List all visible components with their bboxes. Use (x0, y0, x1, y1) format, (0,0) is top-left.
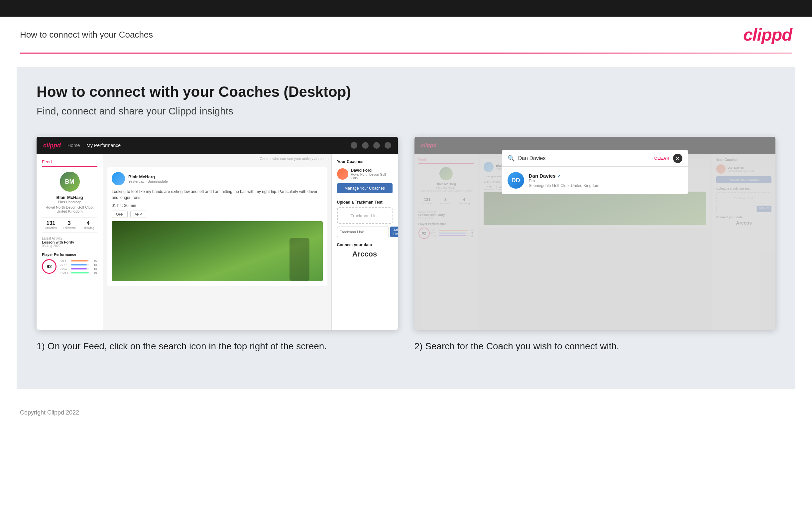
screenshots-row: clippd Home My Performance Feed (37, 137, 775, 353)
coach-avatar (337, 168, 348, 180)
nav-logo: clippd (43, 142, 61, 149)
top-bar (0, 0, 812, 17)
header: How to connect with your Coaches clippd (0, 17, 812, 52)
trackman-placeholder: Trackman Link (337, 207, 392, 224)
control-link[interactable]: Control who can see your activity and da… (103, 154, 331, 163)
nav-link-myperformance[interactable]: My Performance (86, 143, 121, 148)
arccos-logo: Arccos (337, 250, 392, 258)
activity-label: Latest Activity (42, 237, 97, 240)
coach-item: David Ford Royal North Devon Golf Club (337, 168, 392, 180)
manage-coaches-button[interactable]: Manage Your Coaches (337, 183, 392, 193)
copyright: Copyright Clippd 2022 (20, 409, 79, 416)
left-screenshot: clippd Home My Performance Feed (37, 137, 398, 330)
perf-bar-putt-label: PUTT (60, 271, 70, 274)
profile-name: Blair McHarg (42, 195, 97, 200)
main-content: How to connect with your Coaches (Deskto… (17, 67, 795, 389)
perf-bar-app-val: 85 (91, 263, 97, 266)
perf-bar-arg-fill (71, 268, 87, 269)
main-subtitle: Find, connect and share your Clippd insi… (37, 105, 775, 117)
post-author-name: Blair McHarg (128, 174, 168, 179)
right-screenshot-block: clippd Feed Blair McHarg Plus Handicap R… (415, 137, 776, 353)
perf-bar-ott-val: 90 (91, 259, 97, 262)
stat-activities-label: Activities (45, 226, 57, 229)
search-query[interactable]: Dan Davies (518, 155, 651, 161)
latest-activity: Latest Activity Lesson with Fordy 03 Aug… (42, 237, 97, 248)
upload-section: Upload a Trackman Test Trackman Link Add… (337, 200, 392, 237)
post-text: Looking to feel like my hands are exitin… (112, 188, 323, 201)
post-buttons: OFF APP (112, 211, 323, 218)
perf-bar-putt-val: 96 (91, 271, 97, 274)
perf-bar-putt: PUTT 96 (60, 271, 97, 274)
close-button[interactable]: ✕ (673, 154, 682, 163)
perf-bar-app-label: APP (60, 263, 70, 266)
page-title: How to connect with your Coaches (20, 30, 153, 40)
profile-club: Royal North Devon Golf Club, United King… (42, 205, 97, 213)
search-icon[interactable]: 🔍 (508, 155, 515, 162)
feed-body: Feed BM Blair McHarg Plus Handicap Royal… (37, 154, 398, 330)
coach-info: David Ford Royal North Devon Golf Club (351, 168, 392, 180)
activity-date: 03 Aug 2022 (42, 244, 97, 248)
perf-bar-putt-fill (71, 272, 89, 273)
bg-left: Feed Blair McHarg Plus Handicap Royal No… (415, 154, 478, 330)
add-link-button[interactable]: Add Link (390, 226, 398, 237)
settings-icon[interactable] (373, 142, 380, 149)
app-button[interactable]: APP (130, 211, 146, 218)
bg-right: Your Coaches Dan Davies Sunningdale Golf… (712, 154, 775, 330)
perf-bar-ott-bg (71, 260, 89, 261)
profile-icon[interactable] (362, 142, 369, 149)
feed-sidebar: Feed BM Blair McHarg Plus Handicap Royal… (37, 154, 103, 330)
stat-following: 4 Following (82, 220, 94, 229)
perf-score-circle: 92 (42, 259, 56, 274)
clear-button[interactable]: CLEAR (654, 156, 669, 161)
off-button[interactable]: OFF (112, 211, 128, 218)
profile-avatar: BM (60, 172, 80, 192)
perf-bar-ott: OTT 90 (60, 259, 97, 262)
bg-nav-logo: clippd (421, 142, 437, 149)
stat-followers-num: 3 (63, 220, 76, 226)
result-name: Dan Davies ✓ (529, 173, 682, 179)
stat-activities: 131 Activities (45, 220, 57, 229)
post-image (112, 221, 323, 281)
nav-link-home[interactable]: Home (67, 143, 80, 148)
feed-tab[interactable]: Feed (42, 159, 97, 167)
perf-bar-app-bg (71, 264, 89, 265)
result-club: Sunningdale Golf Club, United Kingdom (529, 183, 682, 188)
coaches-title: Your Coaches (337, 159, 392, 164)
post-header: Blair McHarg Yesterday · Sunningdale (112, 172, 323, 185)
search-overlay: 🔍 Dan Davies CLEAR ✕ DD Dan Davies ✓ Pr (502, 137, 688, 194)
connect-title: Connect your data (337, 243, 392, 247)
result-role: Pro (529, 179, 682, 183)
left-nav: clippd Home My Performance (37, 137, 398, 154)
main-title: How to connect with your Coaches (Deskto… (37, 84, 775, 100)
trackman-input[interactable] (337, 226, 389, 237)
stat-following-num: 4 (82, 220, 94, 226)
header-divider (20, 52, 792, 53)
footer: Copyright Clippd 2022 (0, 403, 812, 423)
stats-row: 131 Activities 3 Followers 4 Following (42, 217, 97, 232)
post-author-sub: Yesterday · Sunningdale (128, 179, 168, 183)
result-info: Dan Davies ✓ Pro Sunningdale Golf Club, … (529, 173, 682, 188)
search-icon[interactable] (351, 142, 357, 149)
search-bar: 🔍 Dan Davies CLEAR ✕ (502, 150, 688, 166)
coach-name: David Ford (351, 168, 392, 173)
post-author-info: Blair McHarg Yesterday · Sunningdale (128, 174, 168, 183)
perf-bars: OTT 90 APP (60, 259, 97, 274)
stat-followers: 3 Followers (63, 220, 76, 229)
perf-bar-arg-bg (71, 268, 89, 269)
perf-bar-arg-val: 86 (91, 267, 97, 270)
verified-icon: ✓ (557, 173, 561, 179)
upload-title: Upload a Trackman Test (337, 200, 392, 205)
left-caption: 1) On your Feed, click on the search ico… (37, 340, 398, 353)
trackman-input-row: Add Link (337, 226, 392, 237)
activity-name: Lesson with Fordy (42, 240, 97, 244)
coach-club: Royal North Devon Golf Club (351, 173, 392, 180)
user-icon[interactable] (385, 142, 391, 149)
result-avatar: DD (508, 172, 524, 188)
post-avatar (112, 172, 125, 185)
perf-bar-arg: ARG 86 (60, 267, 97, 270)
player-performance: Player Performance 92 OTT 90 (42, 253, 97, 275)
perf-bar-ott-label: OTT (60, 259, 70, 262)
search-result[interactable]: DD Dan Davies ✓ Pro Sunningdale Golf Clu… (502, 166, 688, 194)
perf-bar-putt-bg (71, 272, 89, 273)
perf-bar-app-fill (71, 264, 87, 265)
